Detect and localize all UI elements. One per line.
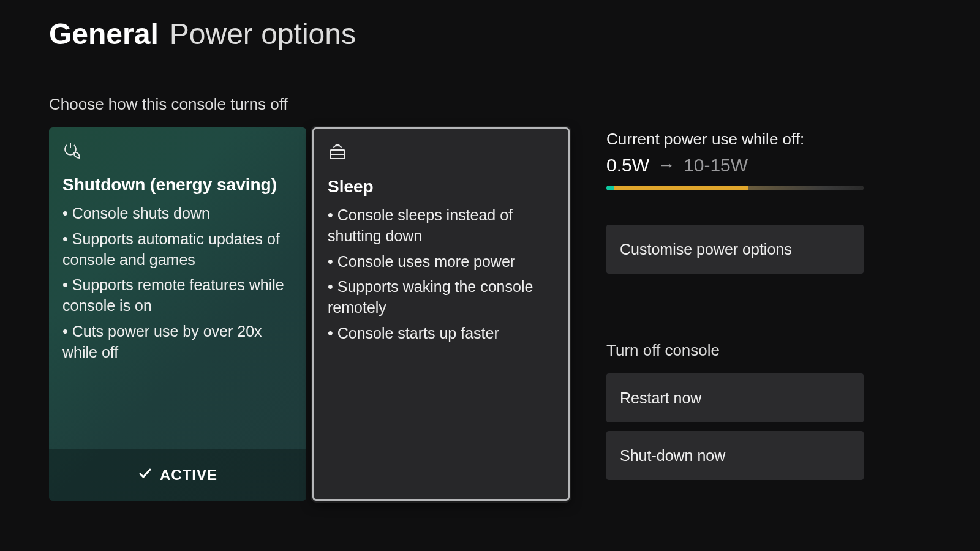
- bullet: • Console sleeps instead of shutting dow…: [328, 205, 554, 247]
- card-sleep-bullets: • Console sleeps instead of shutting dow…: [328, 205, 554, 349]
- leaf-power-icon: [62, 141, 293, 164]
- card-shutdown[interactable]: Shutdown (energy saving) • Console shuts…: [49, 127, 306, 501]
- breadcrumb-sub: Power options: [170, 17, 356, 51]
- button-label: Shut-down now: [620, 447, 725, 465]
- bullet: • Supports automatic updates of console …: [62, 229, 293, 271]
- right-pane: Current power use while off: 0.5W → 10-1…: [606, 127, 864, 480]
- arrow-right-icon: →: [658, 156, 675, 175]
- card-shutdown-bullets: • Console shuts down • Supports automati…: [62, 203, 293, 367]
- power-use-label: Current power use while off:: [606, 130, 864, 149]
- card-sleep[interactable]: Sleep • Console sleeps instead of shutti…: [312, 127, 570, 501]
- power-use-next: 10-15W: [684, 155, 748, 176]
- power-mode-cards: Shutdown (energy saving) • Console shuts…: [49, 127, 570, 501]
- breadcrumb-main: General: [49, 17, 159, 51]
- page-title-row: General Power options: [49, 17, 931, 51]
- turn-off-console-label: Turn off console: [606, 341, 864, 360]
- card-sleep-title: Sleep: [328, 177, 554, 197]
- card-shutdown-title: Shutdown (energy saving): [62, 175, 293, 195]
- customise-power-options-button[interactable]: Customise power options: [606, 225, 864, 274]
- bullet: • Supports waking the console remotely: [328, 277, 554, 318]
- restart-now-button[interactable]: Restart now: [606, 373, 864, 422]
- button-label: Restart now: [620, 389, 701, 407]
- bullet: • Supports remote features while console…: [62, 275, 293, 317]
- bullet: • Cuts power use by over 20x while off: [62, 321, 293, 363]
- shutdown-now-button[interactable]: Shut-down now: [606, 431, 864, 480]
- bullet: • Console starts up faster: [328, 323, 554, 344]
- active-badge: ACTIVE: [49, 449, 306, 501]
- check-icon: [138, 466, 153, 484]
- active-badge-label: ACTIVE: [160, 467, 217, 484]
- power-use-values: 0.5W → 10-15W: [606, 155, 864, 176]
- button-label: Customise power options: [620, 241, 792, 258]
- power-use-current: 0.5W: [606, 155, 649, 176]
- power-use-bar: [606, 186, 864, 190]
- sleep-device-icon: [328, 143, 554, 166]
- section-label: Choose how this console turns off: [49, 95, 931, 114]
- bullet: • Console uses more power: [328, 252, 554, 272]
- bullet: • Console shuts down: [62, 203, 293, 224]
